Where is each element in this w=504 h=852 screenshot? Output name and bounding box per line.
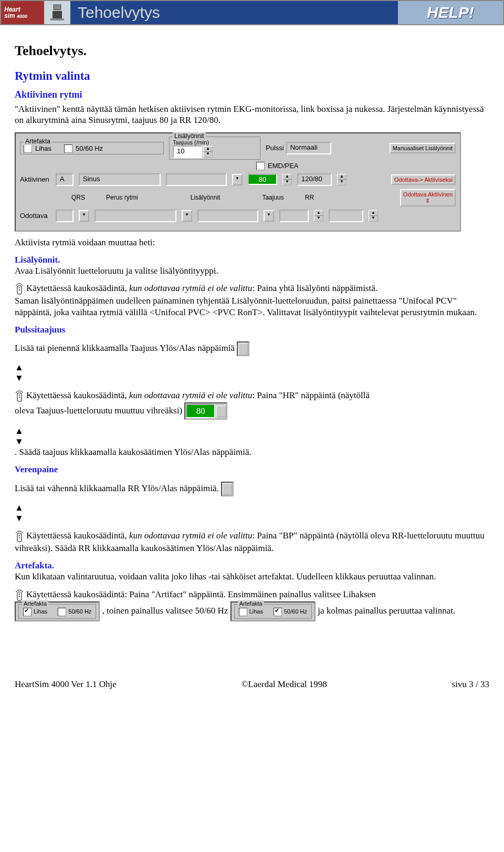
remote1-c: : Paina yhtä lisälyönti näppäimistä.	[253, 283, 377, 293]
paragraph-intro: "Aktiivinen" kenttä näyttää tämän hetkis…	[15, 103, 489, 126]
section-rytmin-valinta: Rytmin valinta	[15, 69, 489, 83]
mini1-lihas-checkbox[interactable]	[23, 608, 32, 616]
remote3-b: kun odottavaa rytmiä ei ole valittu	[129, 531, 253, 541]
help-button[interactable]: HELP!	[398, 1, 503, 24]
svg-rect-0	[54, 5, 61, 10]
lihas-label: Lihas	[35, 144, 51, 152]
akt-empty-field[interactable]	[166, 173, 227, 186]
taajuus-spinner[interactable]: ▲▼	[203, 146, 213, 158]
header-title: Tehoelvytys	[70, 1, 398, 24]
footer-center: ©Laerdal Medical 1998	[242, 679, 327, 690]
rr-value[interactable]: 120/80	[297, 173, 332, 186]
remote4-b: , toinen painallus valitsee 50/60 Hz	[102, 606, 230, 616]
odo-taajuus-field[interactable]	[279, 210, 309, 222]
heading-verenpaine: Verenpaine	[15, 464, 58, 474]
manual-lisalyonnit-button[interactable]: Manuaaliset Lisälyönnit	[390, 143, 456, 153]
lisalyonnit2-label: Lisälyönnit	[191, 194, 220, 201]
inline-spinner-2[interactable]	[221, 482, 234, 496]
header-figure-icon	[44, 1, 70, 24]
rr-lisaa: Lisää tai vähennä klikkaamalla RR Ylös/A…	[15, 483, 219, 493]
hr-value[interactable]: 80	[248, 174, 277, 185]
remote2-b: kun odottavaa rytmiä ei ole valittu	[129, 390, 253, 400]
lisalyonnit-avaa: Avaa Lisälyönnit luetteloruutu ja valits…	[15, 266, 218, 276]
taajuus2-label: Taajuus	[262, 194, 284, 201]
taajuus-permin-label: Taajuus (/min)	[173, 139, 257, 146]
emd-label: EMD/PEA	[268, 162, 299, 170]
inline-spinner-1[interactable]	[237, 341, 249, 356]
svg-point-5	[19, 289, 20, 290]
header-banner: Heart sim 4000 Tehoelvytys HELP!	[0, 0, 504, 25]
aktiivista-heti: Aktiivista rytmiä voidaan muuttaa heti:	[15, 237, 489, 248]
lihas-checkbox[interactable]	[24, 144, 32, 153]
remote4-c: ja kolmas painallus peruuttaa valinnat.	[318, 606, 455, 616]
svg-rect-1	[52, 11, 62, 18]
footer-left: HeartSim 4000 Ver 1.1 Ohje	[15, 679, 117, 690]
content: Tehoelvytys. Rytmin valinta Aktiivinen r…	[0, 25, 504, 621]
remote1-b: kun odottavaa rytmiä ei ole valittu	[129, 283, 253, 293]
footer: HeartSim 4000 Ver 1.1 Ohje ©Laerdal Medi…	[0, 679, 504, 690]
pulssi-label: Pulssi	[266, 144, 284, 152]
heading-artefakta: Artefakta.	[15, 560, 54, 570]
remote-icon	[15, 390, 25, 402]
akt-dropdown[interactable]: ▼	[232, 174, 243, 185]
artefakta-legend: Artefakta	[24, 138, 52, 145]
remote2-a: Käytettäessä kaukosäädintä,	[26, 390, 129, 400]
remote4-a: Käytettäessä kaukosäädintä: Paina "Artif…	[26, 589, 376, 599]
svg-point-11	[19, 537, 20, 538]
remote2-d: oleva Taajuus-luetteloruutu muuttuu vihr…	[15, 406, 184, 415]
mini-panel-lihas: Artefakta Lihas 50/60 Hz	[15, 601, 100, 621]
hr-spinner[interactable]: ▲▼	[282, 174, 292, 185]
hz-checkbox[interactable]	[64, 144, 72, 153]
lisalyonnit-legend: Lisälyönnit	[173, 132, 206, 140]
odottava-aktiiviseksi-button[interactable]: Odottava-> Aktiiviseksi	[391, 174, 456, 185]
remote-icon	[15, 283, 25, 295]
artefakta-body: Kun klikataan valintaruutua, voidaan val…	[15, 572, 436, 581]
mini1-hz-checkbox[interactable]	[58, 608, 66, 616]
rr-spinner[interactable]: ▲▼	[337, 174, 346, 185]
svg-point-10	[19, 535, 20, 536]
mini2-hz-checkbox[interactable]	[274, 608, 282, 616]
odo-lisa-dropdown[interactable]: ▼	[264, 210, 274, 222]
mini-panel-hz: Artefakta Lihas 50/60 Hz	[230, 601, 316, 621]
remote-icon	[15, 530, 25, 543]
odo-a-dropdown[interactable]: ▼	[79, 210, 89, 222]
footer-right: sivu 3 / 33	[452, 679, 489, 690]
pulssi-lisaa: Lisää tai pienennä klikkaamalla Taajuus …	[15, 343, 235, 353]
svg-point-4	[19, 287, 20, 288]
logo-small: 4000	[17, 14, 27, 19]
rhythm-control-panel: Artefakta Lihas 50/60 Hz Lisälyönnit Taa…	[15, 132, 461, 232]
remote-icon	[15, 589, 25, 601]
logo-line2: sim	[4, 12, 15, 19]
svg-point-7	[19, 394, 20, 396]
inline-green-hr[interactable]: 80	[184, 402, 227, 420]
heading-lisalyonnit: Lisälyönnit.	[15, 255, 60, 265]
heading-aktiivinen-rytmi: Aktiivinen rytmi	[15, 89, 489, 100]
odo-taajuus-spinner[interactable]: ▲▼	[314, 210, 323, 222]
odo-a-field[interactable]	[56, 210, 74, 222]
akt-a-field[interactable]: A	[56, 173, 74, 186]
hz-label: 50/60 Hz	[76, 144, 103, 152]
odottava-aktiivinen-button[interactable]: Odottava Aktiivinen⇕	[400, 189, 456, 206]
akt-sinus-field[interactable]: Sinus	[79, 173, 161, 186]
pulssi-value[interactable]: Normaali	[286, 142, 331, 154]
odo-lisa-field[interactable]	[197, 210, 258, 222]
mini2-lihas-checkbox[interactable]	[239, 608, 247, 616]
aktiivinen-label: Aktiivinen	[20, 175, 50, 183]
perus-label: Perus rytmi	[106, 194, 138, 201]
saman-lisa: Saman lisälyöntinäppäimen uudelleen pain…	[15, 296, 477, 317]
svg-point-14	[19, 596, 20, 597]
odo-rytmi-field[interactable]	[94, 210, 176, 222]
odo-rytmi-dropdown[interactable]: ▼	[182, 210, 192, 222]
qrs-label: QRS	[71, 194, 85, 201]
odo-rr-field[interactable]	[329, 210, 363, 222]
remote2-e: . Säädä taajuus klikkaamalla kaukosäätim…	[15, 447, 251, 457]
odo-rr-spinner[interactable]: ▲▼	[369, 210, 378, 222]
taajuus-permin-value[interactable]: 10	[173, 146, 202, 158]
svg-point-13	[19, 594, 20, 595]
remote1-a: Käytettäessä kaukosäädintä,	[26, 283, 129, 293]
remote2-c: : Paina "HR" näppäintä (näytöllä	[253, 390, 370, 400]
emd-checkbox[interactable]	[256, 162, 265, 170]
rr2-label: RR	[305, 194, 314, 201]
odottava-label: Odottava	[20, 212, 50, 220]
header-logo: Heart sim 4000	[1, 1, 44, 24]
